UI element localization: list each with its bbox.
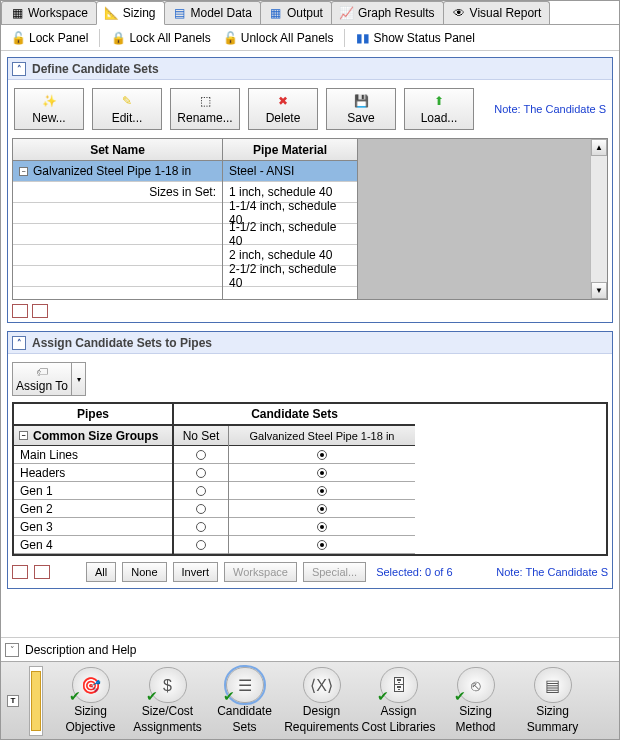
tab-workspace[interactable]: ▦Workspace: [1, 1, 97, 24]
nav-assign-cost-libraries[interactable]: 🗄✔AssignCost Libraries: [361, 667, 436, 735]
selected-count: Selected: 0 of 6: [376, 566, 452, 578]
toggle-text-icon[interactable]: T: [7, 695, 19, 707]
tab-label: Workspace: [28, 6, 88, 20]
select-special-button[interactable]: Special...: [303, 562, 366, 582]
nav-sizing-objective[interactable]: 🎯✔SizingObjective: [53, 667, 128, 735]
col-galvanized: Galvanized Steel Pipe 1-18 in: [229, 426, 415, 446]
lock-panel-button[interactable]: 🔓Lock Panel: [7, 29, 92, 47]
nav-sizing-summary[interactable]: ▤SizingSummary: [515, 667, 590, 735]
radio-galvanized[interactable]: [229, 464, 415, 482]
tab-output[interactable]: ▦Output: [260, 1, 332, 24]
vertical-scrollbar[interactable]: ▲ ▼: [590, 139, 607, 299]
unlock-all-label: Unlock All Panels: [241, 31, 334, 45]
radio-no-set[interactable]: [174, 536, 228, 554]
nav-design-requirements[interactable]: ⟨X⟩DesignRequirements: [284, 667, 359, 735]
panel-header: ˄ Assign Candidate Sets to Pipes: [8, 332, 612, 354]
ruler-tab[interactable]: [29, 666, 43, 736]
expand-all-icon[interactable]: [12, 565, 28, 579]
radio-no-set[interactable]: [174, 464, 228, 482]
select-none-button[interactable]: None: [122, 562, 166, 582]
rename-icon: ⬚: [197, 93, 213, 109]
radio-galvanized[interactable]: [229, 518, 415, 536]
edit-icon: ✎: [119, 93, 135, 109]
size-cell[interactable]: 2-1/2 inch, schedule 40: [223, 266, 357, 287]
load-button[interactable]: ⬆Load...: [404, 88, 474, 130]
pipe-row[interactable]: Gen 4: [14, 536, 172, 554]
pipe-row[interactable]: Gen 1: [14, 482, 172, 500]
nav-label: Sizing: [459, 705, 492, 718]
ruler-icon: [31, 671, 41, 731]
btn-label: Save: [347, 111, 374, 125]
target-icon: 🎯✔: [72, 667, 110, 703]
tree-collapse-icon[interactable]: −: [19, 431, 28, 440]
radio-galvanized[interactable]: [229, 446, 415, 464]
collapse-all-icon[interactable]: [34, 565, 50, 579]
tab-graph[interactable]: 📈Graph Results: [331, 1, 444, 24]
nav-candidate-sets[interactable]: ☰✔CandidateSets: [207, 667, 282, 735]
radio-galvanized[interactable]: [229, 500, 415, 518]
tag-icon: 🏷: [36, 365, 48, 379]
dollar-icon: $✔: [149, 667, 187, 703]
collapse-button[interactable]: ˄: [12, 62, 26, 76]
radio-icon: [317, 522, 327, 532]
main-tabbar: ▦Workspace 📐Sizing ▤Model Data ▦Output 📈…: [1, 1, 619, 25]
select-all-button[interactable]: All: [86, 562, 116, 582]
scroll-up-icon[interactable]: ▲: [591, 139, 607, 156]
select-workspace-button[interactable]: Workspace: [224, 562, 297, 582]
assign-to-dropdown[interactable]: ▾: [72, 362, 86, 396]
assign-to-button[interactable]: 🏷Assign To ▾: [12, 362, 608, 396]
lock-all-button[interactable]: 🔒Lock All Panels: [107, 29, 214, 47]
set-row[interactable]: −Galvanized Steel Pipe 1-18 in: [13, 161, 222, 182]
tree-collapse-icon[interactable]: −: [19, 167, 28, 176]
col-candidate-sets: Candidate Sets: [174, 404, 415, 426]
select-invert-button[interactable]: Invert: [173, 562, 219, 582]
radio-galvanized[interactable]: [229, 536, 415, 554]
col-pipe-material[interactable]: Pipe Material: [223, 139, 357, 161]
radio-no-set[interactable]: [174, 482, 228, 500]
size-cell[interactable]: 1-1/2 inch, schedule 40: [223, 224, 357, 245]
new-button[interactable]: ✨New...: [14, 88, 84, 130]
pipe-row[interactable]: Gen 2: [14, 500, 172, 518]
sizes-in-set-label: Sizes in Set:: [13, 182, 222, 203]
pipe-row[interactable]: Gen 3: [14, 518, 172, 536]
delete-button[interactable]: ✖Delete: [248, 88, 318, 130]
col-set-name[interactable]: Set Name: [13, 139, 222, 161]
var-icon: ⟨X⟩: [303, 667, 341, 703]
output-icon: ▦: [269, 6, 283, 20]
tab-visual-report[interactable]: 👁Visual Report: [443, 1, 551, 24]
radio-no-set[interactable]: [174, 446, 228, 464]
radio-galvanized[interactable]: [229, 482, 415, 500]
show-status-button[interactable]: ▮▮Show Status Panel: [352, 29, 478, 47]
pipe-row[interactable]: Main Lines: [14, 446, 172, 464]
pipe-row[interactable]: Headers: [14, 464, 172, 482]
panel-header: ˄ Define Candidate Sets: [8, 58, 612, 80]
sizing-icon: 📐: [105, 6, 119, 20]
nav-size/cost-assignments[interactable]: $✔Size/CostAssignments: [130, 667, 205, 735]
collapse-button[interactable]: ˄: [12, 336, 26, 350]
radio-no-set[interactable]: [174, 500, 228, 518]
btn-label: Load...: [421, 111, 458, 125]
assign-grid: Pipes −Common Size Groups Main Lines Hea…: [12, 402, 608, 556]
edit-button[interactable]: ✎Edit...: [92, 88, 162, 130]
panel-title: Assign Candidate Sets to Pipes: [32, 336, 212, 350]
tab-model-data[interactable]: ▤Model Data: [164, 1, 261, 24]
radio-icon: [317, 540, 327, 550]
description-help-bar: ˅ Description and Help: [1, 637, 619, 661]
material-cell[interactable]: Steel - ANSI: [223, 161, 357, 182]
unlock-all-button[interactable]: 🔓Unlock All Panels: [219, 29, 338, 47]
doc-icon: ▤: [534, 667, 572, 703]
collapse-all-icon[interactable]: [32, 304, 48, 318]
btn-label: New...: [32, 111, 65, 125]
expand-all-icon[interactable]: [12, 304, 28, 318]
rename-button[interactable]: ⬚Rename...: [170, 88, 240, 130]
group-header[interactable]: −Common Size Groups: [14, 426, 172, 446]
expand-button[interactable]: ˅: [5, 643, 19, 657]
scroll-down-icon[interactable]: ▼: [591, 282, 607, 299]
set-name-value: Galvanized Steel Pipe 1-18 in: [33, 164, 191, 178]
radio-no-set[interactable]: [174, 518, 228, 536]
save-button[interactable]: 💾Save: [326, 88, 396, 130]
nav-label: Assign: [380, 705, 416, 718]
tab-sizing[interactable]: 📐Sizing: [96, 1, 165, 25]
check-icon: ✔: [146, 689, 158, 704]
nav-sizing-method[interactable]: ⎋✔SizingMethod: [438, 667, 513, 735]
